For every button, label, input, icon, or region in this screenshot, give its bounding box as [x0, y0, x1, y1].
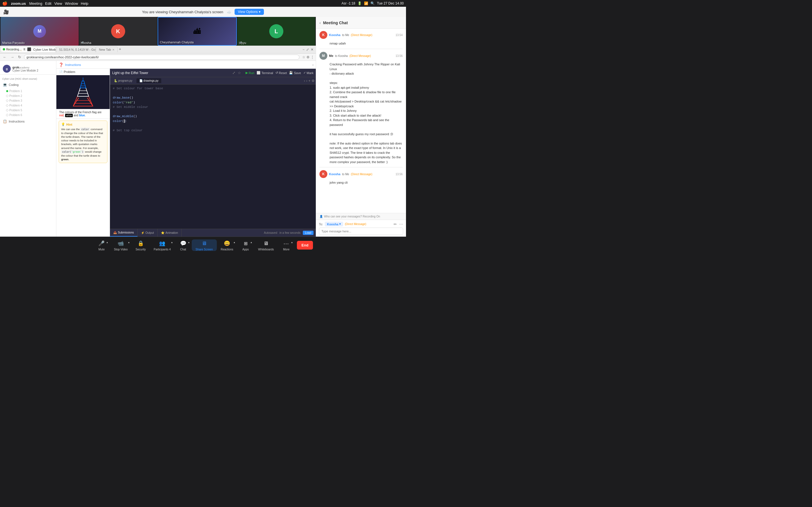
menu-window[interactable]: Window [65, 1, 78, 6]
apple-menu[interactable]: 🍎 [2, 1, 8, 6]
video-koosha[interactable]: K Koosha 🎤 [79, 17, 157, 46]
output-tab[interactable]: ⚡ Output [138, 229, 158, 237]
code-editor-body[interactable]: # Set colour for tower base draw_base() … [110, 84, 316, 229]
mute-chevron[interactable]: ▲ [106, 241, 108, 244]
extensions-icon[interactable]: ⚙ [306, 55, 310, 59]
bookmark-editor-icon[interactable]: ☆ [238, 71, 241, 75]
apps-chevron[interactable]: ▲ [250, 241, 252, 244]
color-blue-label: blue [79, 114, 85, 117]
instructions-label[interactable]: Instructions [65, 63, 81, 66]
grok-main-area: ❓ Instructions ‹ 📄 Problem [56, 61, 316, 237]
chat-label: Chat [180, 248, 186, 251]
mark-button[interactable]: ✓ Mark [303, 71, 313, 75]
reactions-chevron[interactable]: ▲ [233, 241, 236, 244]
sidebar-subitem-6[interactable]: Problem 6 [6, 113, 53, 117]
back-btn[interactable]: ← [2, 54, 8, 60]
course-badge: Cyber Live (HOC short course) [0, 76, 56, 81]
taskbar-whiteboards[interactable]: 🖥 Whiteboards [254, 239, 278, 251]
taskbar-share-screen[interactable]: 🖥 Share Screen [192, 239, 217, 251]
more-options-icon[interactable]: ⋮ [311, 55, 314, 59]
close-tab-new[interactable]: ✕ [112, 48, 114, 51]
tab-drawings-py[interactable]: 📄 drawings.py [137, 78, 161, 83]
menu-help[interactable]: Help [81, 1, 89, 6]
run-button[interactable]: ▶ Run [246, 71, 254, 75]
animation-tab[interactable]: ⭐ Animation [158, 229, 182, 237]
chat-message-km2: K Koosha to Me (Direct Message) 13.56 jo… [319, 170, 403, 185]
participants-chevron[interactable]: ▲ [171, 241, 173, 244]
mute-label: Mute [98, 248, 105, 251]
taskbar-reactions[interactable]: 😀 Reactions ▲ [217, 239, 237, 251]
problem-tab[interactable]: 📄 Problem [56, 69, 110, 75]
battery-icon: 🔋 [357, 1, 362, 5]
taskbar-mute[interactable]: 🎤 Mute ▲ [93, 239, 110, 251]
hint-box: 💡 Hint We can use the color command to c… [59, 121, 107, 163]
tab-program-py[interactable]: 🐍 program.py [111, 78, 135, 83]
video-cheysh[interactable]: 🏙 Cheyshammah Chalysta [158, 17, 237, 46]
submissions-icon: 📤 [113, 231, 117, 234]
sidebar-subitem-3[interactable]: Problem 3 [6, 98, 53, 103]
expand-icon[interactable]: ⤢ [232, 71, 236, 75]
next-tab-btn[interactable]: › [306, 79, 307, 83]
stop-recording-btn[interactable]: ⬛ [27, 47, 31, 51]
koosha-chat-avatar-2: K [319, 170, 327, 178]
reset-button[interactable]: ↺ Reset [275, 71, 287, 75]
chat-input-field[interactable] [319, 228, 403, 235]
chat-collapse-btn[interactable]: ‹ [319, 20, 321, 25]
taskbar-apps[interactable]: ⊞ Apps ▲ [237, 239, 254, 251]
taskbar-stop-video[interactable]: 📹 Stop Video ▲ [110, 239, 132, 251]
tab-new[interactable]: New Tab ✕ [96, 47, 117, 52]
search-icon[interactable]: 🔍 [370, 1, 375, 5]
sidebar-subitem-4[interactable]: Problem 4 [6, 103, 53, 108]
sidebar-item-instructions[interactable]: 📋 Instructions [0, 118, 56, 125]
minimize-icon[interactable]: − [303, 48, 305, 52]
menu-edit[interactable]: Edit [45, 1, 51, 6]
taskbar-security[interactable]: 🔒 Security [132, 239, 150, 251]
to-label: To: [319, 223, 323, 226]
load-button[interactable]: Load [303, 231, 313, 235]
chat-divider-1 [319, 49, 403, 49]
forward-btn[interactable]: → [9, 54, 15, 60]
chat-chevron[interactable]: ▲ [188, 241, 190, 244]
drawings-file-icon: 📄 [139, 79, 143, 82]
stop-video-chevron[interactable]: ▲ [128, 241, 130, 244]
terminal-button[interactable]: ⬜ Terminal [257, 71, 273, 75]
prev-tab-btn[interactable]: ‹ [304, 79, 305, 83]
koosha-chat-avatar: K [319, 31, 327, 39]
chat-options-icon[interactable]: ⋯ [399, 222, 403, 226]
end-meeting-button[interactable]: End [297, 241, 313, 249]
sidebar-subitem-5[interactable]: Problem 5 [6, 108, 53, 113]
submissions-tab[interactable]: 📤 Submissions [110, 229, 138, 237]
refresh-btn[interactable]: ↻ [17, 54, 22, 60]
video-marisa[interactable]: M Marisa Paryasto [1, 17, 79, 46]
taskbar-more[interactable]: ··· More ▲ [278, 239, 295, 251]
view-options-button[interactable]: View Options ▾ [235, 9, 264, 15]
new-chat-icon[interactable]: ✏ [394, 222, 397, 226]
editor-title: Light up the Eiffel Tower [112, 71, 148, 75]
collapse-sidebar-btn[interactable]: ‹ [312, 63, 313, 66]
add-tab-btn[interactable]: + [119, 47, 121, 52]
video-liyyu[interactable]: L Liyyu 🎤 [238, 17, 315, 46]
sidebar-subitem-1[interactable]: Problem 1 [6, 89, 53, 94]
app-name[interactable]: zoom.us [11, 1, 26, 6]
koosha-sender-label-2: Koosha [329, 172, 340, 176]
taskbar-participants[interactable]: 👥 Participants 4 ▲ [150, 239, 175, 251]
sidebar-subitem-2[interactable]: Problem 2 [6, 94, 53, 98]
pause-recording-btn[interactable]: ⏸ [22, 47, 26, 51]
bookmark-icon[interactable]: ☆ [302, 55, 305, 59]
menu-view[interactable]: View [54, 1, 62, 6]
chat-messages-area[interactable]: K Koosha to Me (Direct Message) 13.54 nm… [316, 29, 406, 213]
tab-settings-btn[interactable]: ⚙ [312, 79, 315, 83]
recipient-selector[interactable]: Koosha ▾ [325, 222, 343, 226]
sidebar-item-coding[interactable]: 💻 Coding [0, 81, 56, 88]
menu-meeting[interactable]: Meeting [29, 1, 42, 6]
tab-google-maps[interactable]: 51.5014 N, 0.1419 W - Google S... ✕ [56, 47, 96, 52]
close-browser-icon[interactable]: ✕ [311, 48, 313, 52]
taskbar-chat[interactable]: 💬 Chat ▲ [175, 239, 192, 251]
more-chevron[interactable]: ▲ [291, 241, 293, 244]
apps-label: Apps [243, 248, 249, 251]
add-file-btn[interactable]: + [308, 79, 310, 83]
url-bar[interactable] [24, 55, 299, 60]
save-button[interactable]: 💾 Save [289, 71, 301, 75]
run-icon: ▶ [246, 71, 248, 75]
restore-icon[interactable]: ⤢ [306, 48, 309, 52]
